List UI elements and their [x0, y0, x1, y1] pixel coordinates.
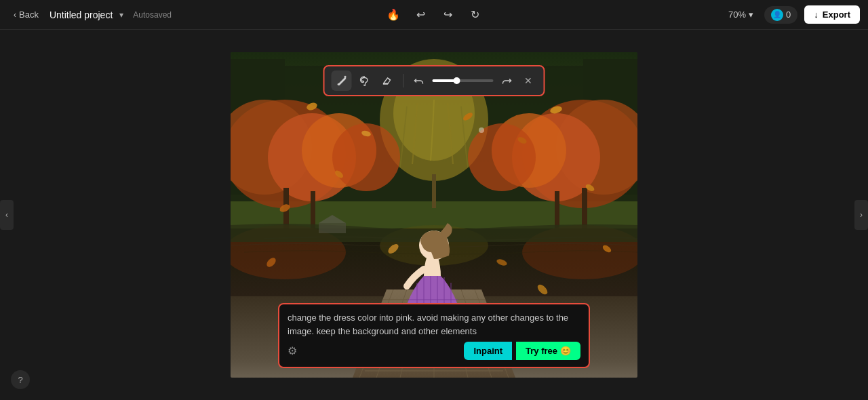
topbar-right: 70% ▾ 👤 0 ↓ Export	[724, 5, 860, 24]
prompt-settings-icon[interactable]: ⚙	[288, 344, 297, 357]
svg-rect-19	[582, 188, 587, 228]
svg-rect-20	[432, 174, 436, 208]
prompt-action-buttons: Inpaint Try free 😊	[464, 342, 580, 360]
brush-size-slider[interactable]	[433, 79, 494, 82]
canvas-area: ‹	[0, 30, 868, 400]
lasso-tool-button[interactable]	[355, 71, 375, 91]
close-icon: ✕	[524, 75, 532, 86]
eraser-tool-button[interactable]	[378, 71, 398, 91]
help-button[interactable]: ?	[11, 370, 30, 389]
svg-rect-41	[319, 223, 346, 233]
user-icon: 👤	[773, 11, 781, 18]
inpaint-button[interactable]: Inpaint	[464, 342, 512, 360]
prompt-box: change the dress color into pink. avoid …	[278, 303, 590, 368]
brush-size-slider-container	[433, 79, 494, 82]
toolbar-separator-1	[403, 74, 404, 87]
zoom-chevron-icon: ▾	[749, 9, 753, 20]
try-free-button[interactable]: Try free 😊	[516, 342, 580, 360]
autosaved-status: Autosaved	[133, 10, 172, 20]
floating-toolbar: ✕	[323, 65, 545, 96]
image-canvas[interactable]: change the dress color into pink. avoid …	[231, 52, 637, 378]
project-name[interactable]: Untitled project	[50, 9, 113, 20]
svg-point-42	[479, 127, 484, 133]
undo-strokes-button[interactable]	[410, 71, 430, 91]
try-free-icon: 😊	[560, 346, 571, 356]
try-free-label: Try free	[526, 346, 557, 356]
toolbar-close-button[interactable]: ✕	[519, 72, 537, 89]
prompt-text[interactable]: change the dress color into pink. avoid …	[288, 311, 580, 338]
right-panel-toggle[interactable]: ›	[854, 200, 868, 230]
export-icon: ↓	[814, 9, 818, 20]
project-dropdown-icon[interactable]: ▾	[119, 10, 123, 20]
redo-strokes-button[interactable]	[496, 71, 517, 91]
export-label: Export	[823, 9, 850, 20]
back-button[interactable]: ‹ Back	[8, 7, 44, 22]
left-panel-toggle[interactable]: ‹	[0, 200, 14, 230]
export-button[interactable]: ↓ Export	[804, 5, 860, 24]
redo-button[interactable]: ↪	[438, 5, 457, 24]
brush-tool-button[interactable]	[332, 71, 352, 91]
zoom-level: 70%	[728, 9, 746, 20]
back-chevron-icon: ‹	[14, 10, 16, 20]
zoom-control[interactable]: 70% ▾	[724, 7, 757, 22]
help-icon: ?	[18, 375, 22, 385]
left-arrow-icon: ‹	[5, 210, 8, 220]
topbar-center: 🔥 ↩ ↪ ↻	[384, 5, 484, 24]
right-arrow-icon: ›	[860, 210, 863, 220]
topbar-left: ‹ Back Untitled project ▾ Autosaved	[8, 7, 724, 22]
users-count: 0	[786, 9, 791, 20]
topbar: ‹ Back Untitled project ▾ Autosaved 🔥 ↩ …	[0, 0, 868, 30]
svg-rect-18	[555, 191, 559, 228]
refresh-button[interactable]: ↻	[465, 5, 484, 24]
undo-button[interactable]: ↩	[411, 5, 430, 24]
flame-icon-button[interactable]: 🔥	[384, 5, 403, 24]
svg-point-15	[468, 123, 536, 191]
back-label: Back	[19, 9, 39, 20]
user-avatar: 👤	[771, 9, 783, 21]
slider-thumb	[454, 77, 460, 84]
users-button[interactable]: 👤 0	[764, 6, 797, 24]
prompt-footer: ⚙ Inpaint Try free 😊	[288, 342, 580, 360]
svg-rect-17	[311, 191, 315, 228]
